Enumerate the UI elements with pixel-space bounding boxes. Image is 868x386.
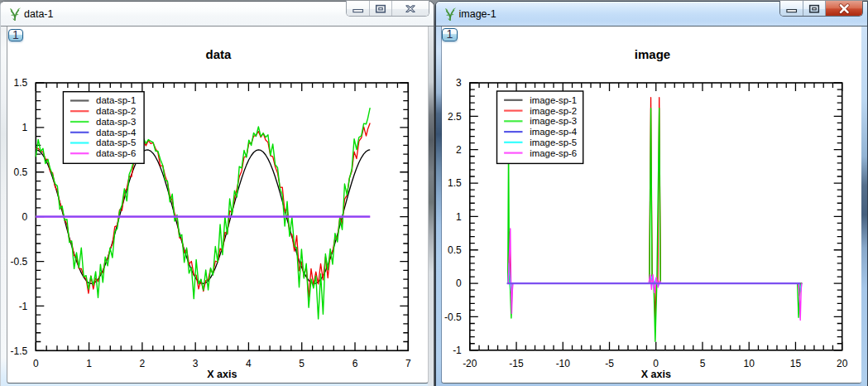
svg-text:data-sp-2: data-sp-2 — [96, 106, 136, 116]
svg-text:0: 0 — [33, 358, 39, 369]
svg-text:-0.5: -0.5 — [444, 311, 462, 323]
svg-text:0.5: 0.5 — [14, 166, 28, 178]
svg-text:3: 3 — [456, 77, 462, 89]
svg-text:7: 7 — [405, 358, 411, 369]
svg-text:image-sp-3: image-sp-3 — [530, 116, 577, 126]
svg-text:0: 0 — [456, 277, 462, 289]
svg-text:10: 10 — [743, 358, 755, 369]
svg-text:data: data — [206, 47, 233, 61]
svg-text:image-sp-6: image-sp-6 — [530, 148, 577, 158]
svg-text:6: 6 — [352, 358, 358, 369]
svg-text:-10: -10 — [555, 358, 570, 369]
svg-text:data-sp-1: data-sp-1 — [96, 95, 136, 105]
svg-text:data-sp-3: data-sp-3 — [96, 117, 136, 127]
svg-text:1: 1 — [22, 122, 28, 133]
svg-text:image-sp-5: image-sp-5 — [530, 138, 577, 147]
svg-text:image: image — [634, 47, 669, 61]
svg-text:data-sp-6: data-sp-6 — [96, 148, 136, 158]
svg-text:-1: -1 — [19, 301, 28, 312]
svg-text:data-sp-5: data-sp-5 — [96, 138, 136, 147]
svg-text:-1.5: -1.5 — [11, 345, 28, 357]
svg-text:5: 5 — [300, 358, 305, 369]
svg-text:image-sp-1: image-sp-1 — [530, 95, 577, 105]
svg-text:0: 0 — [22, 211, 28, 223]
svg-text:1.5: 1.5 — [448, 177, 462, 189]
svg-text:X axis: X axis — [208, 369, 237, 380]
svg-text:image-sp-2: image-sp-2 — [530, 106, 577, 116]
svg-text:1: 1 — [456, 211, 462, 223]
svg-text:1: 1 — [87, 358, 93, 369]
svg-text:data-sp-4: data-sp-4 — [96, 128, 136, 138]
svg-text:X axis: X axis — [640, 369, 670, 380]
svg-text:0.5: 0.5 — [448, 244, 462, 256]
svg-text:2: 2 — [456, 144, 462, 156]
svg-text:15: 15 — [789, 358, 801, 369]
svg-text:0: 0 — [653, 358, 659, 369]
svg-text:image-sp-4: image-sp-4 — [530, 127, 577, 137]
svg-text:-0.5: -0.5 — [11, 256, 28, 268]
svg-text:4: 4 — [246, 358, 252, 369]
svg-text:-1: -1 — [453, 345, 462, 356]
svg-text:-5: -5 — [605, 358, 614, 369]
svg-text:-20: -20 — [463, 358, 477, 369]
svg-text:20: 20 — [837, 358, 848, 369]
svg-text:5: 5 — [699, 358, 705, 369]
svg-text:2: 2 — [140, 358, 146, 369]
svg-text:-15: -15 — [509, 358, 524, 369]
svg-text:2.5: 2.5 — [448, 111, 462, 123]
svg-text:1.5: 1.5 — [14, 77, 28, 89]
svg-text:3: 3 — [193, 358, 199, 369]
